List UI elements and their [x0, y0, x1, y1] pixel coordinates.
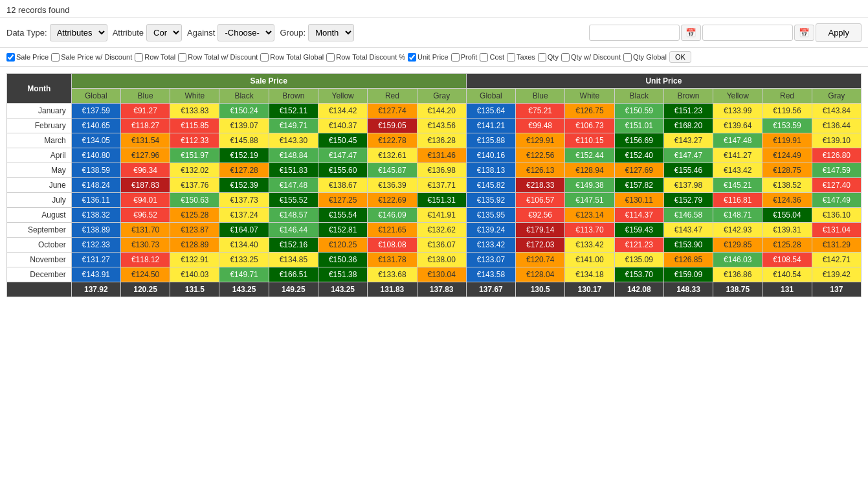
ok-button[interactable]: OK	[669, 51, 691, 63]
sp-cell: €132.02	[170, 163, 219, 178]
up-cell: €135.92	[466, 193, 515, 208]
sp-cell: €127.96	[120, 148, 170, 163]
attribute-select[interactable]: Cor	[146, 24, 182, 41]
checkbox-input-qty[interactable]	[538, 53, 546, 62]
checkbox-input-cost[interactable]	[480, 53, 488, 62]
checkbox-sale-price-w/-discount[interactable]: Sale Price w/ Discount	[51, 53, 132, 62]
up-cell: €146.03	[713, 253, 762, 267]
sub-col-sp-red: Red	[368, 89, 417, 104]
sp-cell: €137.71	[417, 178, 466, 193]
checkbox-row-total-discount-%[interactable]: Row Total Discount %	[326, 53, 405, 62]
up-cell: €159.09	[663, 267, 713, 282]
checkbox-row-total-w/-discount[interactable]: Row Total w/ Discount	[178, 53, 258, 62]
checkbox-input-taxes[interactable]	[507, 53, 515, 62]
up-cell: €147.49	[812, 193, 861, 208]
checkbox-sale-price[interactable]: Sale Price	[6, 53, 49, 62]
sp-cell: €120.25	[318, 238, 368, 253]
sp-cell: €132.62	[417, 223, 466, 238]
checkbox-input-row-total-global[interactable]	[260, 53, 269, 62]
sp-cell: €112.33	[170, 133, 219, 148]
checkbox-qty[interactable]: Qty	[538, 53, 559, 62]
sp-cell: €136.07	[417, 238, 466, 253]
date-from-calendar-icon[interactable]: 📅	[681, 25, 701, 41]
sub-col-up-blue: Blue	[516, 89, 565, 104]
checkbox-unit-price[interactable]: Unit Price	[408, 53, 449, 62]
sp-cell: €136.28	[417, 133, 466, 148]
up-cell: €110.15	[565, 133, 614, 148]
checkbox-input-profit[interactable]	[451, 53, 460, 62]
up-cell: €151.23	[663, 104, 713, 118]
up-cell: €179.14	[516, 223, 565, 238]
sp-cell: €94.01	[120, 193, 170, 208]
group-select[interactable]: Month	[308, 24, 354, 41]
sp-cell: €144.20	[417, 104, 466, 118]
sub-col-sp-black: Black	[219, 89, 269, 104]
date-to-calendar-icon[interactable]: 📅	[794, 25, 814, 41]
up-cell: €131.29	[812, 238, 861, 253]
footer-cell: 131.83	[368, 282, 417, 297]
up-cell: €152.44	[565, 148, 614, 163]
sp-cell: €140.37	[318, 118, 368, 133]
checkbox-taxes[interactable]: Taxes	[507, 53, 535, 62]
checkbox-input-row-total-discount-%[interactable]	[326, 53, 335, 62]
up-cell: €119.91	[762, 133, 812, 148]
up-cell: €135.88	[466, 133, 515, 148]
checkbox-input-sale-price[interactable]	[6, 53, 15, 62]
up-cell: €147.51	[565, 193, 614, 208]
checkbox-cost[interactable]: Cost	[480, 53, 504, 62]
month-cell-october: October	[7, 238, 72, 253]
footer-cell: 137.92	[71, 282, 120, 297]
datatype-select[interactable]: Attributes	[50, 24, 107, 41]
apply-button[interactable]: Apply	[816, 23, 862, 42]
sp-cell: €141.91	[417, 208, 466, 223]
sp-cell: €148.84	[269, 148, 318, 163]
unit-price-header: Unit Price	[466, 74, 861, 89]
checkbox-row-total[interactable]: Row Total	[135, 53, 175, 62]
checkbox-input-row-total-w/-discount[interactable]	[178, 53, 186, 62]
sp-cell: €140.80	[71, 148, 120, 163]
sp-cell: €151.97	[170, 148, 219, 163]
against-select[interactable]: -Choose-	[217, 24, 274, 41]
checkbox-profit[interactable]: Profit	[451, 53, 478, 62]
sp-cell: €91.27	[120, 104, 170, 118]
up-cell: €120.74	[516, 253, 565, 267]
checkbox-input-sale-price-w/-discount[interactable]	[51, 53, 60, 62]
up-cell: €129.91	[516, 133, 565, 148]
sp-cell: €145.88	[219, 133, 269, 148]
sp-cell: €152.81	[318, 223, 368, 238]
up-cell: €147.47	[663, 148, 713, 163]
sp-cell: €150.63	[170, 193, 219, 208]
sp-cell: €133.25	[219, 253, 269, 267]
month-cell-march: March	[7, 133, 72, 148]
date-to-input[interactable]	[702, 25, 793, 41]
up-cell: €153.59	[762, 118, 812, 133]
up-cell: €143.42	[713, 163, 762, 178]
sp-cell: €134.05	[71, 133, 120, 148]
checkbox-input-unit-price[interactable]	[408, 53, 416, 62]
up-cell: €159.43	[614, 223, 663, 238]
sp-cell: €137.73	[219, 193, 269, 208]
up-cell: €145.82	[466, 178, 515, 193]
sp-cell: €118.12	[120, 253, 170, 267]
sp-cell: €148.24	[71, 178, 120, 193]
checkbox-input-qty-w/-discount[interactable]	[561, 53, 570, 62]
checkbox-input-qty-global[interactable]	[623, 53, 632, 62]
sub-col-up-yellow: Yellow	[713, 89, 762, 104]
checkbox-input-row-total[interactable]	[135, 53, 143, 62]
month-cell-january: January	[7, 104, 72, 118]
checkbox-row-total-global[interactable]: Row Total Global	[260, 53, 324, 62]
sp-cell: €149.71	[269, 118, 318, 133]
sp-cell: €150.36	[318, 253, 368, 267]
up-cell: €121.23	[614, 238, 663, 253]
checkbox-qty-w/-discount[interactable]: Qty w/ Discount	[561, 53, 621, 62]
up-cell: €140.54	[762, 267, 812, 282]
up-cell: €139.42	[812, 267, 861, 282]
sp-cell: €115.85	[170, 118, 219, 133]
up-cell: €138.13	[466, 163, 515, 178]
footer-cell: 143.25	[219, 282, 269, 297]
checkbox-qty-global[interactable]: Qty Global	[623, 53, 667, 62]
up-cell: €135.09	[614, 253, 663, 267]
sp-cell: €108.08	[368, 238, 417, 253]
checkboxes-bar: Sale Price Sale Price w/ Discount Row To…	[0, 48, 868, 67]
date-from-input[interactable]	[589, 25, 680, 41]
